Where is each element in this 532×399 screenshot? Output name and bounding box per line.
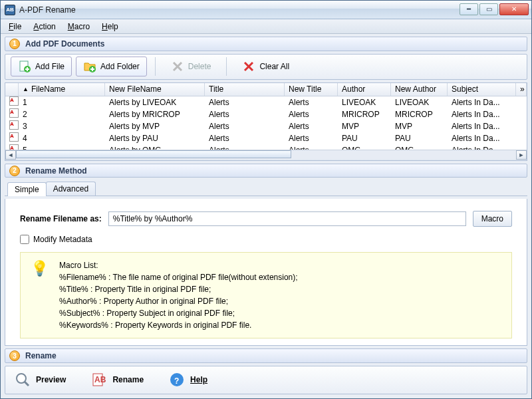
cell-newfilename: Alerts by PAU xyxy=(105,134,205,143)
cell-subject: Alerts In Da... xyxy=(448,122,527,131)
cell-author: MRICROP xyxy=(338,110,391,119)
help-icon: ? xyxy=(169,372,185,388)
scroll-left-arrow[interactable]: ◄ xyxy=(5,150,16,160)
table-row[interactable]: 3Alerts by MVPAlertsAlertsMVPMVPAlerts I… xyxy=(5,120,527,132)
cell-newtitle: Alerts xyxy=(285,110,338,119)
help-label: Help xyxy=(190,375,207,384)
cell-author: PAU xyxy=(338,134,391,143)
delete-label: Delete xyxy=(188,62,211,71)
close-button[interactable]: ✕ xyxy=(499,3,529,15)
cell-newauthor: MRICROP xyxy=(391,110,448,119)
rename-label: Rename xyxy=(112,375,144,384)
macro-button[interactable]: Macro xyxy=(473,211,512,227)
menu-macro[interactable]: Macro xyxy=(63,21,95,33)
cell-filename: 3 xyxy=(19,122,105,131)
col-newauthor[interactable]: New Author xyxy=(391,83,448,96)
table-row[interactable]: 5Alerts by OMGAlertsAlertsOMGOMGAlerts I… xyxy=(5,144,527,150)
delete-icon xyxy=(171,60,184,73)
help-button[interactable]: ? Help xyxy=(169,372,207,388)
content-area: 1 Add PDF Documents Add File Add Folder … xyxy=(1,34,531,398)
badge-2: 2 xyxy=(9,166,20,176)
cell-newtitle: Alerts xyxy=(285,146,338,150)
table-row[interactable]: 4Alerts by PAUAlertsAlertsPAUPAUAlerts I… xyxy=(5,132,527,144)
file-grid: ▲FileName New FileName Title New Title A… xyxy=(5,82,527,161)
section1-label: Add PDF Documents xyxy=(25,39,104,49)
pdf-icon xyxy=(9,120,19,130)
menu-help[interactable]: Help xyxy=(96,21,124,33)
window-buttons: ━ ▭ ✕ xyxy=(458,3,529,17)
cell-title: Alerts xyxy=(205,98,285,107)
pdf-icon xyxy=(9,96,19,106)
cell-newauthor: LIVEOAK xyxy=(391,98,448,107)
col-filename[interactable]: ▲FileName xyxy=(19,83,105,96)
bottom-toolbar: Preview AB Rename ? Help xyxy=(5,366,527,394)
rename-button[interactable]: AB Rename xyxy=(91,372,144,388)
grid-body[interactable]: 1Alerts by LIVEOAKAlertsAlertsLIVEOAKLIV… xyxy=(5,96,527,150)
cell-filename: 1 xyxy=(19,98,105,107)
preview-button[interactable]: Preview xyxy=(15,372,66,388)
toolbar-separator-1 xyxy=(155,57,156,76)
window-title: A-PDF Rename xyxy=(19,5,458,15)
col-title[interactable]: Title xyxy=(205,83,285,96)
app-window: AB A-PDF Rename ━ ▭ ✕ File Action Macro … xyxy=(0,0,532,399)
delete-button[interactable]: Delete xyxy=(164,57,219,76)
macro-l5: %Keywords% : Property Keywords in origin… xyxy=(59,319,298,331)
cell-subject: Alerts In Da... xyxy=(448,98,527,107)
modify-metadata-input[interactable] xyxy=(20,235,29,244)
cell-newfilename: Alerts by OMG xyxy=(105,146,205,150)
menubar: File Action Macro Help xyxy=(1,19,531,34)
minimize-button[interactable]: ━ xyxy=(460,3,478,15)
tab-simple[interactable]: Simple xyxy=(7,182,47,196)
app-icon: AB xyxy=(5,5,15,15)
scroll-right-arrow[interactable]: ► xyxy=(516,150,527,160)
col-newtitle[interactable]: New Title xyxy=(285,83,338,96)
cell-author: MVP xyxy=(338,122,391,131)
cell-filename: 5 xyxy=(19,146,105,150)
clear-all-icon xyxy=(242,60,255,73)
scroll-thumb[interactable] xyxy=(16,150,291,158)
macro-l4: %Subject% : Property Subject in original… xyxy=(59,307,298,319)
pdf-icon xyxy=(9,132,19,142)
col-author[interactable]: Author xyxy=(338,83,391,96)
cell-author: OMG xyxy=(338,146,391,150)
cell-newauthor: MVP xyxy=(391,122,448,131)
section3-label: Rename xyxy=(25,351,57,360)
add-file-button[interactable]: Add File xyxy=(11,57,72,76)
simple-panel: Rename Filename as: Macro Modify Metadat… xyxy=(5,199,527,346)
macro-head: Macro List: xyxy=(59,259,298,271)
add-toolbar: Add File Add Folder Delete Clear All xyxy=(5,54,527,80)
modify-metadata-checkbox[interactable]: Modify Metadata xyxy=(20,235,512,244)
macro-l1: %Filename% : The file name of original P… xyxy=(59,271,298,283)
rename-pattern-input[interactable] xyxy=(108,211,466,226)
rename-label: Rename Filename as: xyxy=(20,214,102,223)
scroll-track[interactable] xyxy=(16,150,516,160)
tab-advanced[interactable]: Advanced xyxy=(46,182,96,196)
cell-subject: Alerts In Da... xyxy=(448,134,527,143)
grid-header: ▲FileName New FileName Title New Title A… xyxy=(5,83,527,96)
toolbar-separator-2 xyxy=(226,57,227,76)
col-overflow[interactable]: » xyxy=(516,83,527,96)
svg-text:AB: AB xyxy=(94,375,106,384)
macro-l3: %Author% : Property Author in original P… xyxy=(59,295,298,307)
add-file-label: Add File xyxy=(35,62,65,71)
maximize-button[interactable]: ▭ xyxy=(479,3,498,15)
horizontal-scrollbar[interactable]: ◄ ► xyxy=(5,150,527,160)
cell-newtitle: Alerts xyxy=(285,134,338,143)
method-tabs: Simple Advanced xyxy=(5,182,527,196)
menu-file[interactable]: File xyxy=(3,21,27,33)
table-row[interactable]: 2Alerts by MRICROPAlertsAlertsMRICROPMRI… xyxy=(5,108,527,120)
table-row[interactable]: 1Alerts by LIVEOAKAlertsAlertsLIVEOAKLIV… xyxy=(5,96,527,108)
col-icon[interactable] xyxy=(5,83,19,96)
col-newfilename[interactable]: New FileName xyxy=(105,83,205,96)
macro-infobox: 💡 Macro List: %Filename% : The file name… xyxy=(20,252,512,338)
cell-newtitle: Alerts xyxy=(285,98,338,107)
svg-text:?: ? xyxy=(174,376,179,386)
rename-row: Rename Filename as: Macro xyxy=(20,211,512,227)
cell-subject: Alerts In Da... xyxy=(448,110,527,119)
badge-1: 1 xyxy=(9,39,20,49)
clear-all-button[interactable]: Clear All xyxy=(235,57,297,76)
menu-action[interactable]: Action xyxy=(28,21,61,33)
col-subject[interactable]: Subject xyxy=(448,83,516,96)
add-folder-button[interactable]: Add Folder xyxy=(76,57,147,76)
macro-list-text: Macro List: %Filename% : The file name o… xyxy=(59,259,298,331)
